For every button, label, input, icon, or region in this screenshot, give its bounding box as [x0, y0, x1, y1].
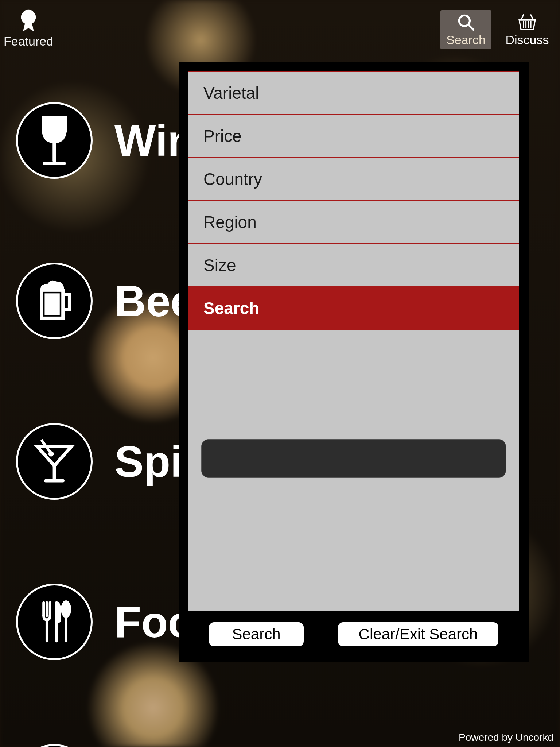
filter-label: Region	[203, 212, 257, 232]
svg-rect-13	[44, 293, 59, 315]
discuss-tool-label: Discuss	[505, 33, 549, 47]
footer-credit: Powered by Uncorkd	[459, 732, 553, 743]
filter-label: Search	[203, 298, 259, 318]
filter-label: Size	[203, 255, 236, 275]
search-tool-button[interactable]: Search	[440, 10, 491, 49]
search-panel: Varietal Price Country Region Size Searc…	[179, 62, 529, 662]
filter-item-size[interactable]: Size	[188, 244, 519, 287]
martini-icon	[16, 423, 93, 500]
clear-exit-search-button[interactable]: Clear/Exit Search	[338, 622, 498, 646]
top-right-tools: Search Discuss	[440, 10, 553, 49]
filter-item-search[interactable]: Search	[188, 287, 519, 330]
filter-item-price[interactable]: Price	[188, 115, 519, 158]
discuss-tool-button[interactable]: Discuss	[502, 10, 553, 49]
search-button[interactable]: Search	[209, 622, 304, 646]
ribbon-icon	[15, 7, 42, 34]
wine-glass-icon	[16, 102, 93, 179]
basket-icon	[517, 13, 537, 31]
filter-label: Price	[203, 126, 242, 146]
menu-item-dessert[interactable]: Dessert Menu	[16, 744, 401, 747]
filter-item-varietal[interactable]: Varietal	[188, 71, 519, 115]
beer-mug-icon	[16, 263, 93, 339]
search-icon	[457, 13, 475, 31]
search-tool-label: Search	[446, 33, 486, 47]
featured-button[interactable]: Featured	[4, 7, 53, 49]
svg-point-17	[48, 451, 54, 457]
filter-item-region[interactable]: Region	[188, 201, 519, 244]
search-input[interactable]	[201, 439, 506, 478]
svg-line-4	[468, 24, 474, 30]
top-bar: Featured Search	[0, 0, 560, 47]
filter-item-country[interactable]: Country	[188, 158, 519, 201]
featured-label: Featured	[4, 34, 53, 49]
search-button-row: Search Clear/Exit Search	[188, 622, 519, 646]
filter-label: Country	[203, 169, 262, 189]
search-detail-area	[188, 330, 519, 611]
filter-label: Varietal	[203, 83, 259, 103]
dessert-icon	[16, 744, 93, 747]
utensils-icon	[16, 584, 93, 660]
